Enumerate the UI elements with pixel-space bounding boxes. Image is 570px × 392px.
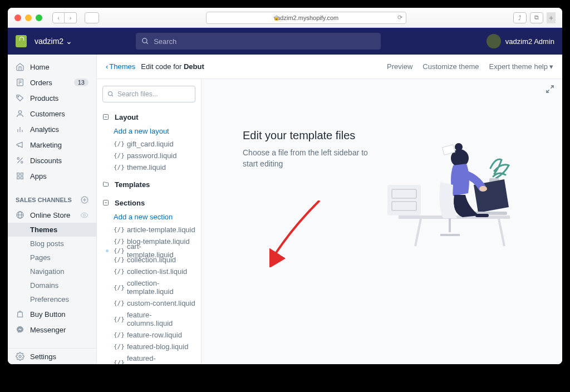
sidebar-item-discounts[interactable]: Discounts xyxy=(8,153,96,168)
reload-icon[interactable]: ⟳ xyxy=(397,14,402,21)
chevron-down-icon: ▾ xyxy=(549,62,553,71)
sidebar-sub-themes[interactable]: Themes xyxy=(8,223,96,237)
sidebar-item-analytics[interactable]: Analytics xyxy=(8,121,96,137)
svg-line-33 xyxy=(547,90,549,92)
forward-button[interactable]: › xyxy=(65,12,77,23)
file-featured-product-liquid[interactable]: {/} featured-product.liquid xyxy=(102,352,195,364)
sidebar-item-home[interactable]: Home xyxy=(8,59,96,75)
svg-point-44 xyxy=(479,186,487,192)
user-icon xyxy=(16,109,24,118)
megaphone-icon xyxy=(16,140,24,149)
store-icon xyxy=(16,210,24,219)
nav-back-forward: ‹ › xyxy=(52,12,77,23)
svg-rect-15 xyxy=(21,173,23,175)
sidebar-channel-online-store[interactable]: Online Store xyxy=(8,207,96,223)
lock-icon: 🔒 xyxy=(273,15,279,21)
sidebar-channel-buy-button[interactable]: Buy Button xyxy=(8,306,96,322)
sidebar-toggle[interactable] xyxy=(85,12,99,23)
file-custom-content-liquid[interactable]: {/} custom-content.liquid xyxy=(102,297,195,309)
preview-link[interactable]: Preview xyxy=(387,62,412,71)
file-collection-liquid[interactable]: {/} collection.liquid xyxy=(102,254,195,266)
search-placeholder: Search xyxy=(154,37,176,46)
store-switcher[interactable]: vadzim2 ⌄ xyxy=(35,37,72,46)
file-cart-template-liquid[interactable]: {/} cart-template.liquid xyxy=(102,247,114,254)
file-article-template-liquid[interactable]: {/} article-template.liquid xyxy=(102,224,195,236)
layout-folder[interactable]: Layout xyxy=(102,110,195,124)
file-password-liquid[interactable]: {/} password.liquid xyxy=(102,150,195,161)
sidebar-item-apps[interactable]: Apps xyxy=(8,168,96,184)
file-search-input[interactable]: Search files... xyxy=(102,86,195,102)
channels-header-label: SALES CHANNELS xyxy=(16,197,72,203)
svg-rect-17 xyxy=(21,177,23,179)
browser-chrome: ‹ › 🔒 vadzim2.myshopify.com ⟳ ⤴ ⧉ + xyxy=(8,8,562,28)
tabs-icon[interactable]: ⧉ xyxy=(530,12,543,23)
sidebar-sub-pages[interactable]: Pages xyxy=(30,251,96,264)
sidebar-item-customers[interactable]: Customers xyxy=(8,106,96,121)
svg-point-6 xyxy=(18,96,19,97)
share-icon[interactable]: ⤴ xyxy=(513,12,527,23)
add-channel-icon[interactable] xyxy=(81,196,89,204)
svg-point-13 xyxy=(21,161,23,163)
sidebar-item-products[interactable]: Products xyxy=(8,90,96,106)
folder-icon xyxy=(102,181,110,189)
shopify-topbar: vadzim2 ⌄ Search vadzim2 Admin xyxy=(8,28,562,55)
svg-point-7 xyxy=(18,111,21,114)
eye-icon[interactable] xyxy=(80,211,89,219)
folder-collapse-icon xyxy=(102,199,110,207)
svg-line-27 xyxy=(112,95,114,97)
sidebar-item-marketing[interactable]: Marketing xyxy=(8,137,96,153)
customize-theme-link[interactable]: Customize theme xyxy=(422,62,479,71)
home-icon xyxy=(16,62,24,71)
sidebar-sub-preferences[interactable]: Preferences xyxy=(30,292,96,306)
svg-point-0 xyxy=(142,38,147,43)
svg-point-12 xyxy=(17,158,19,159)
expert-help-dropdown[interactable]: Expert theme help ▾ xyxy=(489,62,553,71)
add-section-link[interactable]: Add a new section xyxy=(102,210,195,224)
templates-folder[interactable]: Templates xyxy=(102,178,195,192)
search-input[interactable]: Search xyxy=(136,33,381,50)
address-bar[interactable]: 🔒 vadzim2.myshopify.com ⟳ xyxy=(206,12,406,24)
new-tab-icon[interactable]: + xyxy=(547,12,556,23)
sidebar-settings[interactable]: Settings xyxy=(8,349,96,364)
file-collection-template-liquid[interactable]: {/} collection-template.liquid xyxy=(102,277,195,297)
percent-icon xyxy=(16,156,24,165)
chart-icon xyxy=(16,125,24,134)
url-text: vadzim2.myshopify.com xyxy=(274,14,339,21)
search-icon xyxy=(107,91,114,97)
sidebar-item-orders[interactable]: Orders13 xyxy=(8,75,96,90)
bag-icon xyxy=(16,310,24,318)
file-feature-columns-liquid[interactable]: {/} feature-columns.liquid xyxy=(102,309,195,329)
file-feature-row-liquid[interactable]: {/} feature-row.liquid xyxy=(102,329,195,341)
sidebar-sub-navigation[interactable]: Navigation xyxy=(30,264,96,278)
minimize-window-icon[interactable] xyxy=(25,14,32,21)
file-tree-panel: Search files... Layout Add a new layout … xyxy=(97,79,202,364)
chevron-left-icon: ‹ xyxy=(106,62,108,71)
user-menu[interactable]: vadzim2 Admin xyxy=(487,34,554,48)
shopify-logo-icon[interactable] xyxy=(16,35,27,47)
maximize-window-icon[interactable] xyxy=(36,14,42,21)
file-collection-list-liquid[interactable]: {/} collection-list.liquid xyxy=(102,266,195,277)
svg-rect-16 xyxy=(17,177,19,179)
file-gift_card-liquid[interactable]: {/} gift_card.liquid xyxy=(102,138,195,150)
avatar xyxy=(487,34,501,48)
back-button[interactable]: ‹ xyxy=(52,12,65,23)
tag-icon xyxy=(16,94,24,102)
sidebar-sub-domains[interactable]: Domains xyxy=(30,278,96,292)
file-theme-liquid[interactable]: {/} theme.liquid xyxy=(102,161,195,173)
user-name-label: vadzim2 Admin xyxy=(505,37,554,46)
page-header: ‹ Themes Edit code for Debut Preview Cus… xyxy=(97,55,562,79)
empty-state-heading: Edit your template files xyxy=(243,129,376,142)
close-window-icon[interactable] xyxy=(14,14,21,21)
sections-folder[interactable]: Sections xyxy=(102,196,195,210)
badge: 13 xyxy=(74,79,89,86)
svg-line-1 xyxy=(146,42,148,44)
sidebar-sub-blog-posts[interactable]: Blog posts xyxy=(30,237,96,251)
file-search-placeholder: Search files... xyxy=(117,90,158,98)
back-to-themes[interactable]: ‹ Themes xyxy=(106,62,135,71)
svg-rect-45 xyxy=(475,214,489,217)
fullscreen-icon[interactable] xyxy=(546,85,554,94)
folder-collapse-icon xyxy=(102,114,110,121)
file-featured-blog-liquid[interactable]: {/} featured-blog.liquid xyxy=(102,341,195,352)
sidebar-channel-messenger[interactable]: Messenger xyxy=(8,322,96,337)
add-layout-link[interactable]: Add a new layout xyxy=(102,124,195,138)
